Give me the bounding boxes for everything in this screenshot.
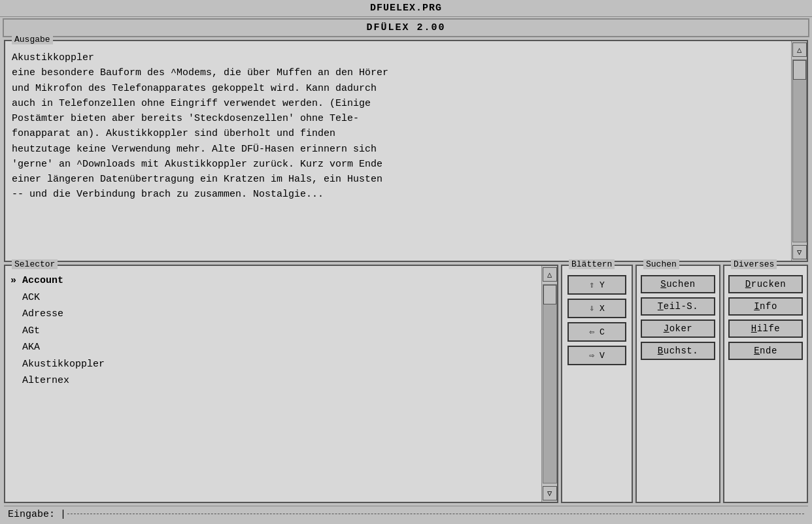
suchen-button[interactable]: Suchen — [641, 275, 715, 293]
selector-scrollbar: △ ▽ — [541, 266, 557, 502]
main-content: Ausgabe Akustikkoppler eine besondere Ba… — [0, 39, 812, 524]
eingabe-dashed-line — [67, 514, 804, 514]
ausgabe-scroll-thumb[interactable] — [793, 60, 806, 80]
selector-scroll-thumb[interactable] — [543, 285, 556, 304]
bottom-section: Selector » Account ACK Adresse AGt AKA A… — [4, 265, 808, 503]
ausgabe-scroll-track[interactable] — [792, 59, 807, 242]
blattern-label: Blättern — [569, 259, 615, 269]
up-c-button[interactable]: ⇦ C — [567, 322, 626, 342]
list-item[interactable]: » Account — [10, 272, 536, 289]
diverses-panel: Diverses DruckenInfoHilfeEnde — [723, 265, 808, 503]
selector-scroll-up[interactable]: △ — [543, 267, 557, 282]
ausgabe-scroll-down[interactable]: ▽ — [792, 245, 807, 259]
ausgabe-text: Akustikkoppler eine besondere Bauform de… — [5, 41, 791, 261]
eingabe-label: Eingabe: — [8, 509, 55, 520]
list-item[interactable]: Akustikkoppler — [10, 356, 536, 373]
ende-button[interactable]: Ende — [728, 342, 803, 360]
list-item[interactable]: AKA — [10, 339, 536, 356]
title-bar: DFUELEX.PRG — [0, 0, 812, 17]
list-item[interactable]: Adresse — [10, 306, 536, 323]
info-button[interactable]: Info — [728, 297, 803, 316]
eingabe-bar: Eingabe: | — [4, 506, 808, 523]
ausgabe-scroll-up[interactable]: △ — [792, 42, 807, 57]
eingabe-cursor-bar: | — [60, 509, 66, 520]
list-item[interactable]: AGt — [10, 323, 536, 340]
ausgabe-panel: Ausgabe Akustikkoppler eine besondere Ba… — [4, 40, 808, 262]
down-v-button[interactable]: ⇨ V — [567, 346, 626, 365]
suchen-label: Suchen — [643, 259, 679, 269]
buchst-button[interactable]: Buchst. — [641, 342, 715, 360]
selector-panel: Selector » Account ACK Adresse AGt AKA A… — [4, 265, 558, 503]
hilfe-button[interactable]: Hilfe — [728, 319, 803, 338]
ausgabe-label: Ausgabe — [12, 35, 53, 44]
window-title: DFUELEX.PRG — [370, 3, 442, 14]
joker-button[interactable]: Joker — [641, 319, 715, 338]
ausgabe-scrollbar: △ ▽ — [791, 41, 807, 261]
selector-label: Selector — [12, 259, 58, 269]
subtitle-bar: DFÜLEX 2.00 — [3, 18, 809, 37]
drucken-button[interactable]: Drucken — [728, 275, 803, 293]
teil-s-button[interactable]: Teil-S. — [641, 297, 715, 316]
list-item[interactable]: ACK — [10, 289, 536, 306]
blattern-panel: Blättern ⇧ Y⇩ X⇦ C⇨ V — [561, 265, 633, 503]
up-y-button[interactable]: ⇧ Y — [567, 275, 626, 295]
selector-list: » Account ACK Adresse AGt AKA Akustikkop… — [5, 266, 541, 502]
list-item[interactable]: Alternex — [10, 372, 536, 389]
selector-scroll-down[interactable]: ▽ — [543, 486, 557, 500]
diverses-label: Diverses — [731, 259, 777, 269]
selector-scroll-track[interactable] — [543, 284, 557, 483]
suchen-panel: Suchen SuchenTeil-S.JokerBuchst. — [635, 265, 720, 503]
window-subtitle: DFÜLEX 2.00 — [366, 22, 445, 33]
down-x-button[interactable]: ⇩ X — [567, 299, 626, 318]
